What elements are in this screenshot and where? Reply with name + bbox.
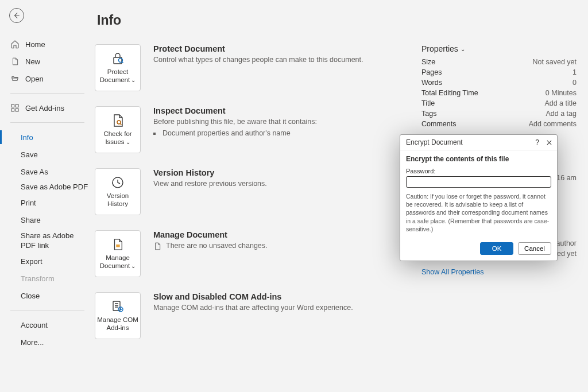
tile-label: Protect Document [100, 68, 130, 83]
show-all-properties[interactable]: Show All Properties [421, 268, 483, 276]
section-com-addins: Manage COM Add-ins Slow and Disabled COM… [95, 292, 404, 339]
nav-close[interactable]: Close [8, 288, 89, 305]
manage-document-tile[interactable]: Manage Document⌄ [95, 230, 141, 277]
svg-rect-1 [16, 104, 18, 107]
prop-tags[interactable]: TagsAdd a tag [421, 110, 577, 118]
ok-button[interactable]: OK [480, 242, 513, 255]
nav-more[interactable]: More... [8, 334, 89, 351]
dialog-titlebar: Encrypt Document ? [400, 135, 557, 150]
section-desc: Before publishing this file, be aware th… [153, 118, 317, 126]
nav-label: Close [21, 292, 40, 300]
prop-title[interactable]: TitleAdd a title [421, 99, 577, 107]
nav-separator [10, 93, 84, 94]
nav-save[interactable]: Save [8, 146, 89, 163]
history-icon [111, 175, 125, 190]
lock-icon [110, 51, 125, 66]
info-panel: Info Protect Document⌄ Protect Document … [89, 0, 588, 392]
nav-label: Save [21, 150, 38, 159]
section-heading: Protect Document [153, 44, 363, 53]
prop-editing-time: Total Editing Time0 Minutes [421, 89, 577, 97]
nav-info[interactable]: Info [8, 129, 89, 146]
nav-label: New [25, 57, 40, 66]
nav-print[interactable]: Print [8, 195, 89, 212]
nav-account[interactable]: Account [8, 317, 89, 334]
chevron-down-icon: ⌄ [131, 77, 136, 83]
properties-dropdown[interactable]: Properties ⌄ [421, 44, 577, 53]
nav-save-as[interactable]: Save As [8, 163, 89, 180]
section-desc: Manage COM add-ins that are affecting yo… [153, 304, 353, 312]
svg-rect-8 [116, 244, 119, 247]
nav-label: Info [21, 133, 33, 142]
nav-export[interactable]: Export [8, 253, 89, 270]
manage-com-addins-tile[interactable]: Manage COM Add-ins [95, 292, 141, 339]
version-history-tile[interactable]: Version History [95, 168, 141, 215]
nav-list: Home New Open Get Add-ins Info Save Save… [8, 36, 89, 351]
section-inspect: Check for Issues⌄ Inspect Document Befor… [95, 106, 404, 153]
nav-label: Open [25, 75, 44, 83]
prop-size: SizeNot saved yet [421, 58, 577, 66]
nav-label: Share [21, 216, 41, 224]
svg-rect-3 [16, 108, 18, 111]
nav-label: Save as Adobe PDF [21, 183, 88, 192]
nav-open[interactable]: Open [8, 70, 89, 87]
section-desc: Control what types of changes people can… [153, 56, 363, 64]
tile-label: Version History [96, 192, 139, 208]
svg-rect-9 [113, 301, 120, 311]
nav-label: Print [21, 199, 36, 207]
addins-icon [10, 103, 20, 112]
folder-open-icon [10, 75, 20, 83]
com-addins-icon [111, 299, 125, 314]
dialog-subtitle: Encrypt the contents of this file [406, 155, 551, 163]
nav-label: Export [21, 257, 42, 266]
nav-share-adobe-link[interactable]: Share as Adobe PDF link [8, 229, 89, 253]
document-manage-icon [111, 237, 124, 252]
password-input[interactable] [406, 176, 551, 188]
section-heading: Inspect Document [153, 106, 317, 115]
inspect-icon [111, 113, 125, 128]
section-desc: There are no unsaved changes. [166, 242, 268, 250]
nav-label: Get Add-ins [25, 104, 64, 112]
back-button[interactable] [9, 8, 24, 23]
section-heading: Slow and Disabled COM Add-ins [153, 292, 353, 301]
encrypt-dialog: Encrypt Document ? Encrypt the contents … [400, 134, 558, 261]
section-version: Version History Version History View and… [95, 168, 404, 215]
section-manage: Manage Document⌄ Manage Document There a… [95, 230, 404, 277]
check-for-issues-tile[interactable]: Check for Issues⌄ [95, 106, 141, 153]
dialog-caution: Caution: If you lose or forget the passw… [406, 192, 551, 233]
home-icon [10, 40, 20, 49]
inspect-bullet: Document properties and author's name [161, 129, 317, 137]
nav-label: Save As [21, 168, 48, 176]
document-icon [10, 57, 20, 66]
protect-document-tile[interactable]: Protect Document⌄ [95, 44, 141, 91]
prop-words: Words0 [421, 79, 577, 87]
nav-new[interactable]: New [8, 53, 89, 70]
tile-label: Manage COM Add-ins [96, 316, 139, 332]
nav-home[interactable]: Home [8, 36, 89, 53]
nav-save-adobe-pdf[interactable]: Save as Adobe PDF [8, 180, 89, 195]
nav-get-addins[interactable]: Get Add-ins [8, 99, 89, 117]
section-heading: Manage Document [153, 230, 268, 239]
svg-rect-0 [11, 104, 14, 107]
arrow-left-icon [13, 11, 21, 20]
page-title: Info [95, 13, 582, 28]
nav-label: Home [25, 40, 45, 49]
backstage-sidebar: Home New Open Get Add-ins Info Save Save… [0, 0, 89, 392]
help-button[interactable]: ? [535, 138, 539, 146]
chevron-down-icon: ⌄ [126, 139, 130, 145]
prop-pages: Pages1 [421, 68, 577, 76]
close-icon [546, 139, 552, 146]
close-button[interactable] [546, 139, 552, 146]
nav-label: Transform [21, 274, 55, 283]
section-heading: Version History [153, 168, 267, 177]
dialog-title: Encrypt Document [406, 138, 463, 146]
nav-label: More... [21, 338, 44, 347]
nav-separator [10, 122, 84, 123]
nav-share[interactable]: Share [8, 212, 89, 229]
svg-rect-2 [11, 108, 14, 111]
cancel-button[interactable]: Cancel [518, 242, 551, 255]
section-protect: Protect Document⌄ Protect Document Contr… [95, 44, 404, 91]
nav-label: Share as Adobe PDF link [21, 231, 89, 251]
chevron-down-icon: ⌄ [131, 263, 136, 269]
prop-comments[interactable]: CommentsAdd comments [421, 120, 577, 128]
tile-label: Manage Document [100, 254, 130, 269]
